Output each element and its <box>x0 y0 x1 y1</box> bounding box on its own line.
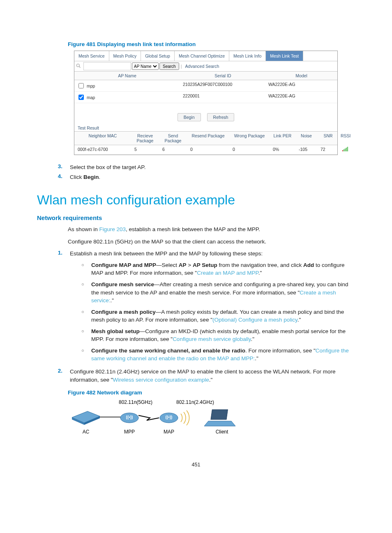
signal-icon <box>342 147 350 153</box>
val-mac: 000f-e27c-6700 <box>74 145 133 154</box>
search-button[interactable]: Search <box>159 63 179 70</box>
tab-mesh-channel-optimize[interactable]: Mesh Channel Optimize <box>175 51 229 61</box>
svg-rect-2 <box>342 150 343 151</box>
bullet-icon: ○ <box>81 261 85 277</box>
col-snr: SNR <box>317 132 339 145</box>
svg-line-1 <box>79 67 81 68</box>
sub-configure-mesh-policy: ○ Configure a mesh policy—A mesh policy … <box>81 308 355 324</box>
svg-rect-6 <box>347 147 348 151</box>
svg-rect-5 <box>346 148 347 151</box>
proc-num-1: 1. <box>55 250 62 366</box>
link-figure-203[interactable]: Figure 203 <box>99 226 126 232</box>
tab-mesh-service[interactable]: Mesh Service <box>74 51 109 61</box>
svg-marker-16 <box>204 421 235 426</box>
search-row: AP Name Search | Advanced Search <box>74 61 337 72</box>
svg-point-0 <box>77 64 80 67</box>
step-4: 4. Click Begin. <box>55 173 355 181</box>
val-noise: -105 <box>297 145 319 154</box>
label-map: MAP <box>164 429 174 435</box>
search-icon <box>76 63 83 69</box>
label-24ghz: 802.11n(2.4GHz) <box>176 399 214 405</box>
tab-mesh-link-info[interactable]: Mesh Link Info <box>229 51 266 61</box>
search-field-select[interactable]: AP Name <box>132 63 159 70</box>
label-mpp: MPP <box>124 429 135 435</box>
link-configure-mesh-globally[interactable]: Configure mesh service globally <box>173 336 251 342</box>
bullet-icon: ○ <box>81 280 85 305</box>
action-buttons: Begin Refresh <box>74 103 337 124</box>
val-recieve: 5 <box>133 145 161 154</box>
step-text-3: Select the box of the target AP. <box>70 163 355 171</box>
result-row: 000f-e27c-6700 5 6 0 0 0% -105 72 <box>74 145 337 155</box>
col-model: Model <box>266 72 337 80</box>
page-number: 451 <box>37 462 355 468</box>
model-map: WA2220E-AG <box>266 92 337 103</box>
ap-name-map: map <box>87 95 95 100</box>
serial-map: 2220001 <box>180 92 266 103</box>
val-send: 6 <box>161 145 189 154</box>
begin-button[interactable]: Begin <box>178 113 201 121</box>
model-mpp: WA2220E-AG <box>266 80 337 91</box>
val-rssi <box>341 145 352 154</box>
col-wrong-package: Wrong Package <box>229 132 270 145</box>
ap-name-mpp: mpp <box>87 83 95 88</box>
svg-rect-4 <box>345 148 346 151</box>
sub-configure-map-mpp: ○ Configure MAP and MPP—Select AP > AP S… <box>81 261 355 277</box>
mpp-icon: ((•)) <box>120 413 138 423</box>
label-ac: AC <box>83 429 90 435</box>
figure-482-caption: Figure 482 Network diagram <box>68 389 355 396</box>
step-text-4: Click Begin. <box>70 173 355 181</box>
bullet-icon: ○ <box>81 347 85 363</box>
link-wireless-config-example[interactable]: Wireless service configuration example <box>113 377 209 383</box>
svg-text:((•)): ((•)) <box>126 415 133 419</box>
sub-mesh-global-setup: ○ Mesh global setup—Configure an MKD-ID … <box>81 327 355 343</box>
tab-mesh-policy[interactable]: Mesh Policy <box>109 51 141 61</box>
serial-mpp: 210235A29F007C000100 <box>180 80 266 91</box>
proc-num-2: 2. <box>55 368 62 384</box>
col-recieve-package: Recieve Package <box>131 132 159 145</box>
col-link-per: Link PER <box>270 132 295 145</box>
sub-configure-mesh-service: ○ Configure mesh service—After creating … <box>81 280 355 305</box>
link-configure-mesh-policy[interactable]: (Optional) Configure a mesh policy <box>212 317 297 323</box>
tab-global-setup[interactable]: Global Setup <box>141 51 175 61</box>
tab-spacer <box>303 51 337 61</box>
ap-checkbox-mpp[interactable] <box>78 83 84 88</box>
network-diagram: 802.11n(5GHz) 802.11n(2.4GHz) ((•)) ((•)… <box>68 399 257 437</box>
val-wrong: 0 <box>231 145 271 154</box>
ap-table-header: AP Name Serial ID Model <box>74 72 337 80</box>
mesh-link-test-screenshot: Mesh Service Mesh Policy Global Setup Me… <box>74 51 338 155</box>
col-rssi: RSSI <box>339 132 353 145</box>
advanced-search-link[interactable]: Advanced Search <box>185 64 219 69</box>
search-input[interactable] <box>83 62 131 70</box>
para-1: As shown in Figure 203, establish a mesh… <box>68 225 355 234</box>
col-resend-package: Resend Package <box>187 132 229 145</box>
svg-rect-15 <box>211 410 228 419</box>
step-num-3: 3. <box>55 163 62 171</box>
col-noise: Noise <box>295 132 317 145</box>
bullet-icon: ○ <box>81 308 85 324</box>
result-header: Neighbor MAC Recieve Package Send Packag… <box>74 132 337 145</box>
svg-rect-3 <box>344 149 344 151</box>
map-icon: ((•)) <box>160 413 178 423</box>
svg-text:((•)): ((•)) <box>166 415 173 419</box>
para-2: Configure 802.11n (5GHz) on the MAP so t… <box>68 238 355 246</box>
page-title: Wlan mesh configuration example <box>37 192 355 208</box>
ap-row-map: map 2220001 WA2220E-AG <box>74 92 337 103</box>
col-serial-id: Serial ID <box>180 72 266 80</box>
link-create-map-mpp[interactable]: Create an MAP and MPP <box>197 270 258 276</box>
bullet-icon: ○ <box>81 327 85 343</box>
ap-row-mpp: mpp 210235A29F007C000100 WA2220E-AG <box>74 80 337 92</box>
sub-configure-channel: ○ Configure the same working channel, an… <box>81 347 355 363</box>
ap-checkbox-map[interactable] <box>78 95 84 100</box>
section-network-requirements: Network requirements <box>37 214 355 221</box>
proc-step-1: 1. Establish a mesh link between the MPP… <box>55 250 355 366</box>
proc-body-1: Establish a mesh link between the MPP an… <box>70 250 355 366</box>
val-snr: 72 <box>319 145 341 154</box>
tab-mesh-link-test[interactable]: Mesh Link Test <box>266 51 303 61</box>
figure-481-caption: Figure 481 Displaying mesh link test inf… <box>68 41 355 47</box>
proc-step-2: 2. Configure 802.11n (2.4GHz) service on… <box>55 368 355 384</box>
step-3: 3. Select the box of the target AP. <box>55 163 355 171</box>
ac-icon <box>72 411 100 425</box>
col-ap-name: AP Name <box>74 72 180 80</box>
refresh-button[interactable]: Refresh <box>207 113 235 121</box>
client-icon <box>204 410 235 426</box>
